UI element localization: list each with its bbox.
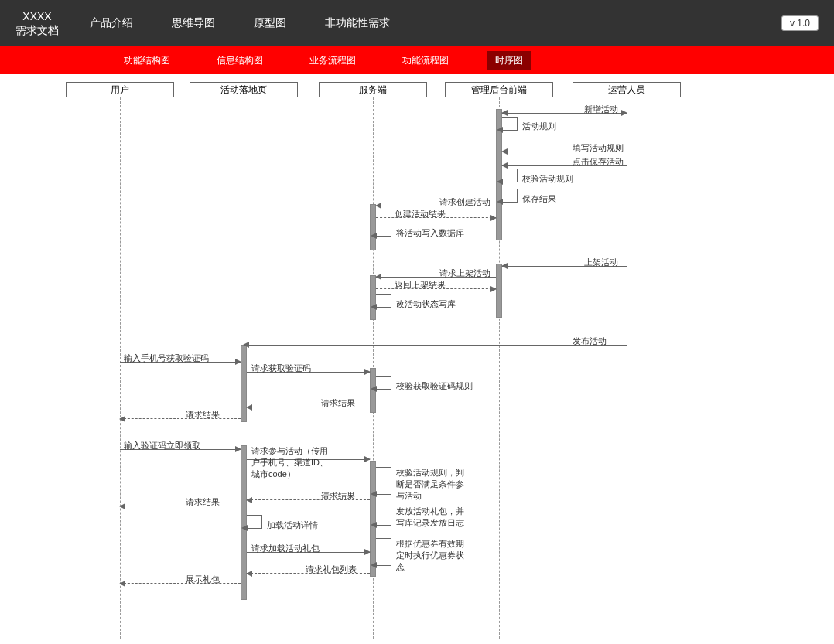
nav-items: 产品介绍 思维导图 原型图 非功能性需求 [90,16,390,30]
msg-coupon-status: 根据优惠券有效期定时执行优惠券状态 [396,538,466,573]
self-load-detail [247,515,262,529]
nav-item-prototype[interactable]: 原型图 [254,16,286,30]
version-badge[interactable]: v 1.0 [781,15,819,31]
participant-ops: 运营人员 [573,82,681,97]
msg-join-result-user: 请求结果 [186,496,220,508]
msg-online-result: 返回上架结果 [395,279,446,291]
participant-landing: 活动落地页 [190,82,298,97]
msg-save-result: 保存结果 [522,193,556,205]
self-activity-rules [502,117,518,131]
msg-code-result: 请求结果 [321,397,355,409]
msg-req-create: 请求创建活动 [439,196,490,208]
subnav-business[interactable]: 业务流程图 [302,51,364,70]
sequence-diagram: 用户 活动落地页 服务端 管理后台前端 运营人员 新增活动 活动规则 填写活动规… [0,74,834,644]
self-validate-join [376,467,391,495]
nav-item-mindmap[interactable]: 思维导图 [172,16,215,30]
msg-input-verify: 输入验证码立即领取 [124,440,200,451]
msg-online: 上架活动 [584,257,618,268]
arrow-show-gift [120,583,241,584]
msg-click-save: 点击保存活动 [573,156,624,168]
activation-admin-2 [496,264,502,318]
msg-req-code: 请求获取验证码 [251,363,311,374]
top-nav: XXXX 需求文档 产品介绍 思维导图 原型图 非功能性需求 v 1.0 [0,0,834,46]
participant-admin: 管理后台前端 [445,82,553,97]
msg-input-phone: 输入手机号获取验证码 [124,353,209,364]
msg-load-detail: 加载活动详情 [267,520,318,531]
msg-fill-rules: 填写活动规则 [573,142,624,154]
lifeline-ops [627,97,627,639]
self-coupon-status [376,538,391,566]
sub-nav: 功能结构图 信息结构图 业务流程图 功能流程图 时序图 [0,46,834,74]
msg-req-gift: 请求加载活动礼包 [251,543,320,554]
logo-line1: XXXX [15,9,59,23]
msg-activity-rules: 活动规则 [522,121,556,132]
msg-create-result: 创建活动结果 [395,208,446,220]
self-validate-code [376,376,391,390]
activation-landing-1 [241,345,247,422]
self-grant-gift [376,506,391,526]
logo: XXXX 需求文档 [15,9,59,37]
msg-req-join: 请求参与活动（传用户手机号、渠道ID、城市code） [251,445,329,480]
subnav-funcflow[interactable]: 功能流程图 [395,51,456,70]
subnav-sequence[interactable]: 时序图 [487,51,531,70]
msg-publish: 发布活动 [573,336,607,347]
msg-write-db: 将活动写入数据库 [396,227,464,239]
activation-server-4 [370,461,376,577]
msg-validate-join: 校验活动规则，判断是否满足条件参与活动 [396,467,466,502]
logo-line2: 需求文档 [15,23,59,37]
msg-join-result: 请求结果 [321,490,355,502]
lifeline-user [120,97,121,639]
participant-server: 服务端 [319,82,427,97]
self-save-result [502,189,518,203]
subnav-info[interactable]: 信息结构图 [209,51,271,70]
msg-code-result-user: 请求结果 [186,409,220,421]
nav-item-nonfunctional[interactable]: 非功能性需求 [325,16,390,30]
participant-user: 用户 [66,82,174,97]
activation-landing-2 [241,445,247,600]
msg-validate-code: 校验获取验证码规则 [396,380,473,392]
msg-status-db: 改活动状态写库 [396,298,456,310]
msg-gift-list: 请求礼包列表 [306,564,357,575]
self-write-db [376,223,391,237]
msg-grant-gift: 发放活动礼包，并写库记录发放日志 [396,506,466,529]
msg-new-activity: 新增活动 [584,104,618,115]
self-validate-rules [502,169,518,182]
msg-validate-rules: 校验活动规则 [522,173,573,185]
arrow-publish [244,345,627,346]
self-status-db [376,294,391,308]
nav-item-intro[interactable]: 产品介绍 [90,16,133,30]
activation-server-2 [370,275,376,320]
activation-server-1 [370,204,376,250]
subnav-functional[interactable]: 功能结构图 [116,51,178,70]
msg-show-gift: 展示礼包 [186,574,220,585]
arrow-code-result-user [120,418,241,419]
arrow-join-result-user [120,506,241,506]
msg-req-online: 请求上架活动 [439,267,490,279]
